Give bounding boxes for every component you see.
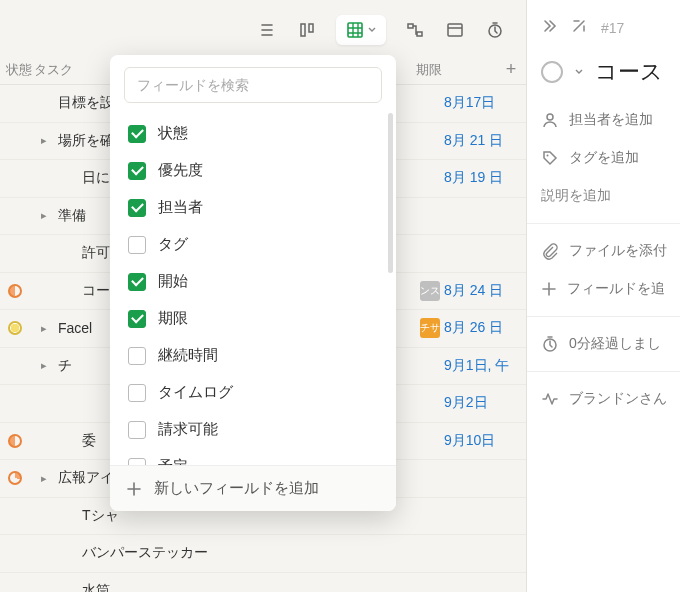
divider [527,371,680,372]
checkbox[interactable] [128,458,146,466]
deadline-cell[interactable]: 9月10日 [444,432,526,450]
assignee-button[interactable]: 担当者を追加 [527,101,680,139]
divider [527,223,680,224]
grid-view-icon[interactable] [336,15,386,45]
field-option[interactable]: 継続時間 [118,337,388,374]
field-label: タイムログ [158,383,233,402]
field-search-wrap [110,55,396,115]
task-name[interactable]: 水筒 [58,582,420,592]
header-deadline[interactable]: 期限 [416,61,496,79]
plus-icon [126,481,142,497]
svg-point-7 [547,114,553,120]
person-icon [541,111,559,129]
stopwatch-icon [541,335,559,353]
field-list: 状態優先度担当者タグ開始期限継続時間タイムログ請求可能予定 [110,115,396,465]
divider [527,316,680,317]
field-option[interactable]: 状態 [118,115,388,152]
field-option[interactable]: 期限 [118,300,388,337]
disclosure-triangle[interactable]: ▸ [30,134,58,147]
assignee-label: 担当者を追加 [569,111,653,129]
deadline-cell[interactable]: 9月2日 [444,394,526,412]
checkbox[interactable] [128,384,146,402]
field-option[interactable]: 請求可能 [118,411,388,448]
calendar-view-icon[interactable] [444,19,466,41]
checkbox[interactable] [128,347,146,365]
field-option[interactable]: 開始 [118,263,388,300]
deadline-cell[interactable]: 8月 24 日 [444,282,526,300]
add-field-right-button[interactable]: フィールドを追 [527,270,680,308]
add-field-button[interactable]: 新しいフィールドを追加 [110,465,396,511]
header-status[interactable]: 状態 [0,61,34,79]
paperclip-icon [541,242,559,260]
checkbox[interactable] [128,199,146,217]
checkbox[interactable] [128,236,146,254]
checkbox[interactable] [128,421,146,439]
field-label: 担当者 [158,198,203,217]
deadline-cell[interactable]: 9月1日, 午 [444,357,526,375]
task-id[interactable]: #17 [601,20,624,36]
tag-chip: チサ [420,318,440,338]
field-label: 請求可能 [158,420,218,439]
field-label: 予定 [158,457,188,465]
svg-rect-3 [408,24,413,28]
attach-button[interactable]: ファイルを添付 [527,232,680,270]
panel-title[interactable]: コース [595,57,663,87]
deadline-cell[interactable]: 8月17日 [444,94,526,112]
svg-rect-0 [301,24,305,36]
checkbox[interactable] [128,273,146,291]
checkbox[interactable] [128,310,146,328]
status-circle-icon[interactable] [541,61,563,83]
field-label: 継続時間 [158,346,218,365]
view-toolbar [0,10,526,50]
field-option[interactable]: 優先度 [118,152,388,189]
checkbox[interactable] [128,125,146,143]
activity-row[interactable]: ブランドンさん [527,380,680,418]
row-status [0,321,30,335]
description-field[interactable]: 説明を追加 [527,177,680,215]
status-indicator [8,434,22,448]
disclosure-triangle[interactable]: ▸ [30,359,58,372]
link-icon[interactable] [571,18,587,37]
chevron-down-icon[interactable] [575,68,583,76]
fields-popover: 状態優先度担当者タグ開始期限継続時間タイムログ請求可能予定 新しいフィールドを追… [110,55,396,511]
task-row[interactable]: 水筒 [0,573,526,593]
timer-row[interactable]: 0分経過しまし [527,325,680,363]
deadline-cell[interactable]: 8月 26 日 [444,319,526,337]
plus-icon [541,281,557,297]
attach-label: ファイルを添付 [569,242,667,260]
disclosure-triangle[interactable]: ▸ [30,209,58,222]
task-name[interactable]: バンパーステッカー [58,544,420,562]
kanban-view-icon[interactable] [296,19,318,41]
timer-view-icon[interactable] [484,19,506,41]
header-add-column[interactable]: + [496,59,526,80]
svg-point-8 [547,155,549,157]
svg-rect-2 [348,23,362,37]
tag-chip: ンス [420,281,440,301]
panel-title-row: コース [527,53,680,101]
tag-icon [541,149,559,167]
list-view-icon[interactable] [256,19,278,41]
field-label: タグ [158,235,188,254]
tags-button[interactable]: タグを追加 [527,139,680,177]
flow-view-icon[interactable] [404,19,426,41]
field-search-input[interactable] [124,67,382,103]
field-option[interactable]: タグ [118,226,388,263]
field-option[interactable]: タイムログ [118,374,388,411]
expand-icon[interactable] [541,18,557,37]
timer-label: 0分経過しまし [569,335,661,353]
popover-scrollbar[interactable] [388,113,393,273]
status-indicator [8,284,22,298]
activity-icon [541,390,559,408]
svg-rect-5 [448,24,462,36]
disclosure-triangle[interactable]: ▸ [30,472,58,485]
task-row[interactable]: バンパーステッカー [0,535,526,573]
field-option[interactable]: 予定 [118,448,388,465]
status-indicator [8,321,22,335]
deadline-cell[interactable]: 8月 19 日 [444,169,526,187]
field-option[interactable]: 担当者 [118,189,388,226]
disclosure-triangle[interactable]: ▸ [30,322,58,335]
field-label: 期限 [158,309,188,328]
checkbox[interactable] [128,162,146,180]
row-status [0,471,30,485]
deadline-cell[interactable]: 8月 21 日 [444,132,526,150]
